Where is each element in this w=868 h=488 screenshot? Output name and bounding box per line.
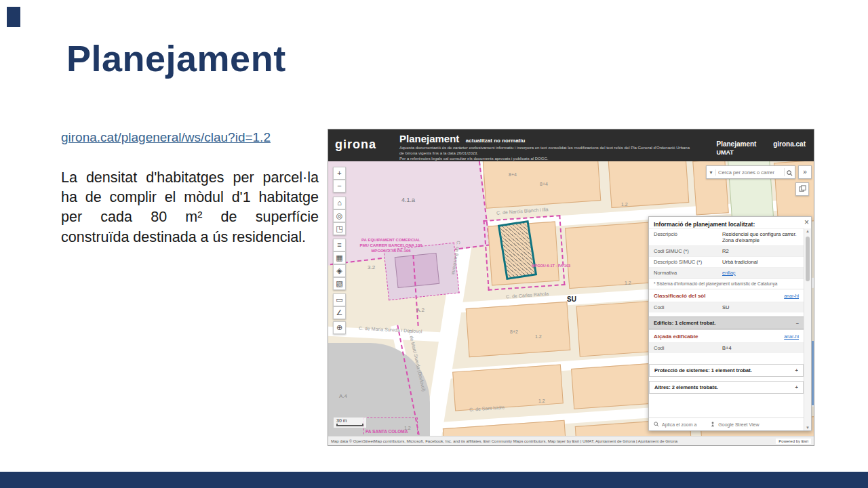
search-input[interactable] [716,169,784,176]
section-alcada: Alçada edificable anar-hi [649,329,804,342]
presentation-slide: Planejament girona.cat/plageneral/ws/cla… [0,0,868,488]
zoom-out-button[interactable]: − [333,180,346,192]
street-view-icon [710,422,715,427]
parcel-label-su: SU [567,296,576,303]
search-scope-dropdown[interactable]: ▾ [707,169,716,176]
scroll-up-icon[interactable]: ▲ [804,229,811,233]
row-value: R2 [721,246,804,256]
map-parcel [608,161,690,208]
section-heading: Alçada edificable [654,333,698,340]
print-button[interactable]: ▭ [333,293,346,306]
locate-button[interactable]: ◎ [333,209,346,222]
app-header: girona Planejament actualitzat no normat… [328,129,814,161]
zoom-to-icon [654,422,659,427]
nav-gironacat[interactable]: girona.cat [773,140,806,148]
row-label: Descripció SIMUC (*) [649,257,721,267]
map-parcel [452,364,564,411]
app-title: Planejament [399,133,459,144]
header-nav: Planejament girona.cat UMAT [717,140,806,156]
row-label: Codi SIMUC (*) [649,246,721,256]
row-label: Codi [649,343,721,353]
panel-row: Descripció Residencial que configura car… [649,228,804,245]
app-screenshot: girona Planejament actualitzat no normat… [328,129,814,446]
anar-hi-link[interactable]: anar-hi [784,293,799,298]
search-widget: ▾ [706,165,795,179]
street-name: C. de Narcís Blanch i Illa [496,207,549,215]
basemap-button[interactable]: ▦ [333,251,346,264]
planning-label-group: PA EQUIPAMENT COMERCIAL PMU CARRER BARCE… [338,237,443,253]
normativa-link[interactable]: enllaç [721,268,804,278]
parcel-label: 8+4 [509,172,517,177]
girona-logo: girona [335,138,376,152]
legend-button[interactable]: ≡ [333,239,346,251]
panel-scrollbar[interactable]: ▲ ▼ [804,228,811,430]
map-attribution-bar: Map data © OpenStreetMap contributors, M… [328,436,814,445]
home-button[interactable]: ⌂ [333,197,346,209]
search-expand-button[interactable]: » [798,165,812,179]
close-icon[interactable]: × [804,218,809,227]
swatches-button[interactable]: ▧ [333,277,346,290]
parcel-label: 4.1.a [401,197,415,203]
expand-icon[interactable]: + [795,384,798,390]
nav-planejament[interactable]: Planejament [717,140,757,148]
info-panel: × Informació de planejament localitzat: … [648,216,812,431]
app-subtitle: actualitzat no normatiu [466,138,526,144]
map-canvas[interactable]: 4.1.a 3.2 A.2 A.4 SU 1.2 1.2 1.2 1.2 1.2… [328,161,814,436]
panel-footer: Aplica el zoom a Google Street View [649,418,804,430]
parcel-label: 1.2 [621,202,628,207]
panel-body: Descripció Residencial que configura car… [649,228,804,430]
anar-hi-link[interactable]: anar-hi [784,334,799,339]
slide-body-text: La densitat d'habitatges per parcel·la h… [61,168,319,247]
powered-by-esri: Powered by Esri [776,439,811,444]
parcel-label: 8+4 [540,182,548,186]
slide-corner-accent [7,7,20,27]
parcel-label: 3.2 [368,264,375,270]
app-title-group: Planejament actualitzat no normatiu [399,133,525,145]
zoom-to-link[interactable]: Aplica el zoom a [662,422,696,427]
nav-umat[interactable]: UMAT [717,149,806,156]
map-building-purple [395,253,439,288]
parcel-label: A.2 [416,307,425,313]
row-value: B+4 [721,343,804,353]
row-value: Residencial que configura carrer. Zona d… [721,229,804,245]
row-label: Codi [649,302,721,312]
expand-icon[interactable]: + [795,367,798,373]
row-value: SU [721,302,804,312]
panel-row: Codi SIMUC (*) R2 [649,245,804,256]
panel-row: Descripció SIMUC (*) Urbà tradicional [649,256,804,267]
row-value: Urbà tradicional [721,257,804,267]
section-heading: Classificació del sòl [654,293,705,299]
group-altres[interactable]: Altres: 2 elements trobats. + [649,381,804,394]
planning-label: PMU CARRER BARCELONA 106 [338,243,443,248]
parcel-label: 1.2 [625,281,631,285]
row-label: Descripció [649,229,721,245]
search-icon[interactable] [784,168,795,176]
overlapping-areas-icon[interactable] [795,182,809,196]
parcel-label: A.4 [339,393,347,399]
planning-label: PA EQUIPAMENT COMERCIAL [338,237,443,243]
slide-hyperlink[interactable]: girona.cat/plageneral/ws/clau?id=1.2 [61,130,271,145]
planning-label: PA SANTA COLOMA [366,429,408,434]
scroll-down-icon[interactable]: ▼ [804,426,811,430]
parcel-label: 1.2 [538,399,545,403]
pan-button[interactable]: ⊕ [333,321,346,334]
group-label: Edificis: 1 element trobat. [654,320,715,326]
measure-button[interactable]: ∠ [333,306,346,319]
scale-label: 30 m [336,418,347,423]
panel-row: Normativa enllaç [649,267,804,278]
section-classificacio: Classificació del sòl anar-hi [649,289,804,302]
zoom-in-button[interactable]: + [333,167,346,180]
collapse-icon[interactable]: – [796,320,799,326]
slide-footer-bar [0,472,868,488]
disclaimer-line-1: Aquesta documentació és de caràcter excl… [399,145,691,156]
parcel-label: 1.2 [535,334,542,339]
group-proteccio[interactable]: Protecció de sistemes: 1 element trobat.… [649,364,804,377]
default-extent-button[interactable]: ◳ [333,222,346,235]
group-edificis[interactable]: Edificis: 1 element trobat. – [649,317,804,329]
slide-title: Planejament [66,37,286,79]
parcel-label: 8+2 [510,329,518,334]
header-disclaimer: Aquesta documentació és de caràcter excl… [399,145,691,161]
layers-button[interactable]: ◈ [333,264,346,277]
street-view-link[interactable]: Google Street View [718,422,759,427]
scrollbar-thumb[interactable] [806,237,810,281]
